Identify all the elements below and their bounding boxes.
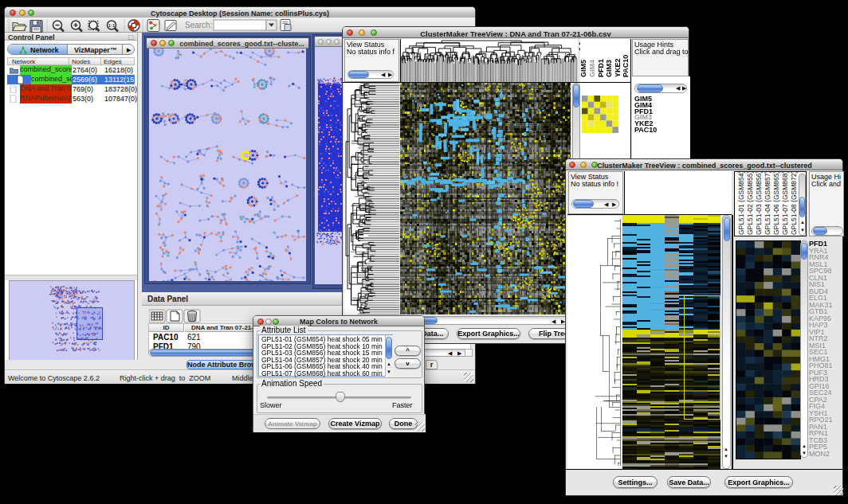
- svg-text:1:1: 1:1: [108, 23, 116, 28]
- svg-text:Search:: Search:: [185, 21, 212, 29]
